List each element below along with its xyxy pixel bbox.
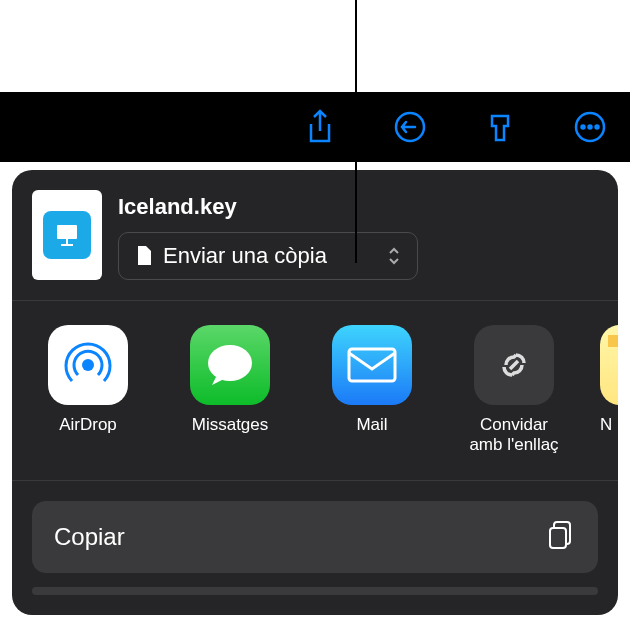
brush-icon xyxy=(484,110,516,144)
svg-rect-5 xyxy=(57,225,77,239)
copy-label: Copiar xyxy=(54,523,125,551)
app-label-invite: Convidar amb l'enllaç xyxy=(469,415,558,456)
file-name: Iceland.key xyxy=(118,194,598,220)
share-icon xyxy=(305,109,335,145)
svg-point-8 xyxy=(82,359,94,371)
keynote-app-icon xyxy=(43,211,91,259)
more-icon xyxy=(573,110,607,144)
send-copy-label: Enviar una còpia xyxy=(163,243,327,269)
more-button[interactable] xyxy=(570,107,610,147)
app-messages[interactable]: Missatges xyxy=(174,325,286,456)
app-airdrop[interactable]: AirDrop xyxy=(32,325,144,456)
app-label-mail: Mail xyxy=(356,415,387,435)
link-icon xyxy=(474,325,554,405)
app-notes[interactable]: N xyxy=(600,325,618,456)
share-apps-row: AirDrop Missatges Mail xyxy=(12,300,618,481)
file-thumbnail xyxy=(32,190,102,280)
svg-point-2 xyxy=(582,126,585,129)
document-icon xyxy=(135,245,153,267)
undo-icon xyxy=(393,110,427,144)
mail-icon xyxy=(332,325,412,405)
svg-rect-7 xyxy=(61,244,73,246)
svg-point-4 xyxy=(596,126,599,129)
share-button[interactable] xyxy=(300,107,340,147)
popover-arrow xyxy=(302,170,330,172)
app-label-airdrop: AirDrop xyxy=(59,415,117,435)
svg-point-3 xyxy=(589,126,592,129)
app-mail[interactable]: Mail xyxy=(316,325,428,456)
next-action-partial[interactable] xyxy=(32,587,598,595)
brush-button[interactable] xyxy=(480,107,520,147)
undo-button[interactable] xyxy=(390,107,430,147)
airdrop-icon xyxy=(48,325,128,405)
app-label-notes: N xyxy=(600,415,618,435)
share-sheet: Iceland.key Enviar una còpia Air xyxy=(12,170,618,615)
file-info: Iceland.key Enviar una còpia xyxy=(12,190,618,300)
callout-line xyxy=(355,0,357,263)
svg-rect-11 xyxy=(608,335,618,347)
svg-rect-10 xyxy=(349,349,395,381)
svg-rect-12 xyxy=(550,528,566,548)
send-copy-dropdown[interactable]: Enviar una còpia xyxy=(118,232,418,280)
notes-icon xyxy=(600,325,618,405)
app-label-messages: Missatges xyxy=(192,415,269,435)
copy-icon xyxy=(544,519,576,555)
copy-action[interactable]: Copiar xyxy=(32,501,598,573)
messages-icon xyxy=(190,325,270,405)
toolbar xyxy=(0,92,630,162)
action-list: Copiar xyxy=(12,481,618,615)
svg-point-9 xyxy=(208,345,252,381)
chevron-up-down-icon xyxy=(387,246,401,266)
app-invite-link[interactable]: Convidar amb l'enllaç xyxy=(458,325,570,456)
